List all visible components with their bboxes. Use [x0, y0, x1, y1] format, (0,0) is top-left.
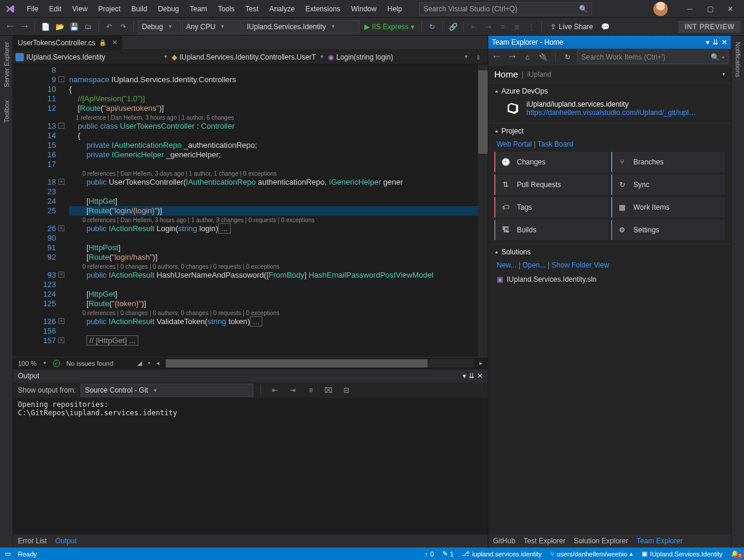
te-menu-icon[interactable]: ▾ [706, 38, 709, 46]
task-board-link[interactable]: Task Board [538, 140, 574, 148]
menu-build[interactable]: Build [126, 5, 153, 13]
devops-url-link[interactable]: https://danhellem.visualstudio.com/iUpla… [526, 108, 699, 117]
fold-toggle[interactable]: - [58, 123, 64, 129]
te-section-solutions[interactable]: ▲Solutions [488, 244, 731, 260]
tile-settings[interactable]: ⚙Settings [611, 220, 726, 240]
web-portal-link[interactable]: Web Portal [497, 140, 532, 148]
output-btn-5[interactable]: ⊟ [340, 383, 353, 397]
te-back-button[interactable]: ⭠ [491, 51, 503, 63]
notifications-button[interactable]: 🔔 2 [731, 550, 739, 558]
step-1[interactable]: ⇤ [467, 20, 480, 34]
quick-launch-search[interactable]: Search Visual Studio (Ctrl+Q) 🔍 [419, 2, 592, 15]
tile-tags[interactable]: 🏷Tags [494, 197, 609, 217]
nav-fwd-button[interactable]: ⭢ [18, 20, 31, 34]
user-avatar[interactable] [653, 2, 668, 16]
branch-indicator[interactable]: ⑂users/danhellem/weebio ▴ [550, 550, 634, 558]
notifications-tab[interactable]: Notifications [733, 38, 743, 81]
step-2[interactable]: ⇥ [482, 20, 495, 34]
error-list-tab[interactable]: Error List [18, 537, 47, 545]
new-sln-link[interactable]: New... [497, 261, 516, 269]
code-editor[interactable]: 89-10111213-1415161718+23242526+90919293… [13, 64, 488, 357]
close-tab-icon[interactable]: ✕ [112, 39, 117, 46]
github-tab[interactable]: GitHub [493, 537, 515, 545]
live-share-button[interactable]: ⇪ Live Share [545, 23, 597, 31]
fold-toggle[interactable]: + [58, 337, 64, 343]
horizontal-scrollbar[interactable] [166, 359, 473, 368]
nav-class[interactable]: ◆ IUpland.Services.Identity.Controllers.… [172, 53, 324, 61]
step-4[interactable]: ≣ [510, 20, 523, 34]
tile-builds[interactable]: 🏗Builds [494, 220, 609, 240]
pending-changes[interactable]: ✎1 [442, 550, 454, 558]
te-refresh-button[interactable]: ↻ [562, 51, 574, 63]
open-sln-link[interactable]: Open... [522, 261, 545, 269]
tile-pull-requests[interactable]: ⇅Pull Requests [494, 175, 609, 195]
output-menu-icon[interactable]: ▾ [463, 372, 466, 380]
fold-toggle[interactable]: + [58, 225, 64, 231]
output-text[interactable]: Opening repositories: C:\GitRepos\iuplan… [13, 398, 488, 534]
menu-analyze[interactable]: Analyze [264, 5, 300, 13]
te-section-project[interactable]: ▲Project [488, 123, 731, 139]
feedback-button[interactable]: 💬 [599, 20, 612, 34]
run-button[interactable]: ▶ IIS Express ▾ [361, 20, 418, 33]
save-all-button[interactable]: 🗂 [82, 20, 95, 34]
menu-team[interactable]: Team [184, 5, 212, 13]
undo-button[interactable]: ↶ [103, 20, 116, 34]
te-expand-icon[interactable]: ▾ [723, 71, 725, 77]
output-btn-2[interactable]: ⇥ [286, 383, 299, 397]
output-source-dropdown[interactable]: Source Control - Git▼ [80, 384, 253, 397]
step-3[interactable]: ≡ [496, 20, 509, 34]
te-close-icon[interactable]: ✕ [721, 38, 727, 46]
solution-item[interactable]: ▣ IUpland.Services.Identity.sln [488, 273, 731, 286]
test-explorer-tab[interactable]: Test Explorer [523, 537, 565, 545]
menu-test[interactable]: Test [240, 5, 264, 13]
menu-debug[interactable]: Debug [153, 5, 184, 13]
fold-toggle[interactable]: + [58, 272, 64, 278]
vertical-scrollbar[interactable] [478, 64, 488, 357]
new-project-button[interactable]: 📄 [39, 20, 52, 34]
save-button[interactable]: 💾 [67, 20, 80, 34]
solution-explorer-tab[interactable]: Solution Explorer [574, 537, 628, 545]
output-btn-1[interactable]: ⇤ [268, 383, 281, 397]
toolbox-tab[interactable]: Toolbox [2, 97, 11, 126]
output-close-icon[interactable]: ✕ [477, 372, 483, 380]
te-pin-icon[interactable]: ⇊ [712, 38, 718, 46]
repo-indicator[interactable]: ⎇iupland.services.identity [462, 550, 542, 558]
fold-toggle[interactable]: + [58, 179, 64, 185]
output-btn-3[interactable]: ≡ [304, 383, 317, 397]
fold-toggle[interactable]: + [58, 318, 64, 324]
menu-edit[interactable]: Edit [44, 5, 67, 13]
redo-button[interactable]: ↷ [117, 20, 130, 34]
fold-toggle[interactable]: - [58, 76, 64, 82]
server-explorer-tab[interactable]: Server Explorer [2, 38, 11, 91]
menu-extensions[interactable]: Extensions [300, 5, 346, 13]
file-tab[interactable]: UserTokensController.cs 🔒 ✕ [13, 36, 123, 50]
te-connect-button[interactable]: 🔌 [537, 51, 549, 63]
output-btn-4[interactable]: ⌧ [322, 383, 335, 397]
te-section-devops[interactable]: ▲Azure DevOps [488, 83, 731, 99]
nav-project[interactable]: IUpland.Services.Identity▼ [16, 53, 168, 61]
te-home-button[interactable]: ⌂ [522, 51, 534, 63]
tile-branches[interactable]: ⑂Branches [611, 152, 726, 172]
tile-sync[interactable]: ↻Sync [611, 175, 726, 195]
menu-project[interactable]: Project [93, 5, 126, 13]
te-fwd-button[interactable]: ⭢ [506, 51, 518, 63]
maximize-button[interactable]: ▢ [700, 1, 720, 17]
menu-help[interactable]: Help [382, 5, 408, 13]
project-indicator[interactable]: ▣IUpland.Services.Identity [641, 550, 723, 558]
close-button[interactable]: ✕ [720, 1, 740, 17]
te-search-input[interactable]: Search Work Items (Ctrl+') 🔍 ▾ [577, 51, 728, 64]
browser-link-button[interactable]: 🔗 [447, 20, 460, 34]
nav-back-button[interactable]: ⭠ [4, 20, 17, 34]
menu-file[interactable]: File [21, 5, 44, 13]
split-icon[interactable]: ⫾ [472, 50, 485, 64]
step-5[interactable]: ⋮ [525, 20, 538, 34]
menu-tools[interactable]: Tools [213, 5, 240, 13]
refresh-button[interactable]: ↻ [426, 20, 439, 34]
tile-work-items[interactable]: ▦Work Items [611, 197, 726, 217]
nav-member[interactable]: ◉ Login(string login)▼ [328, 53, 469, 61]
platform-dropdown[interactable]: Any CPU▼ [182, 20, 241, 33]
unpushed-commits[interactable]: ↑0 [424, 550, 434, 558]
folder-view-link[interactable]: Show Folder View [551, 261, 609, 269]
output-pin-icon[interactable]: ⇊ [469, 372, 475, 380]
startup-project-dropdown[interactable]: IUpland.Services.Identity▼ [243, 20, 359, 33]
